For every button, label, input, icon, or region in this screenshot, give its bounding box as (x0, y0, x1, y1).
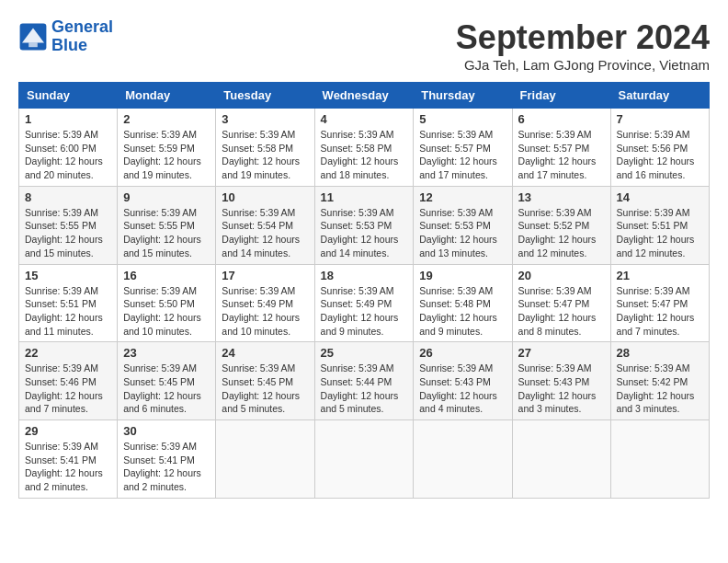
calendar-cell: 3Sunrise: 5:39 AMSunset: 5:58 PMDaylight… (216, 109, 314, 187)
calendar-week-2: 8Sunrise: 5:39 AMSunset: 5:55 PMDaylight… (19, 186, 710, 264)
title-block: September 2024 GJa Teh, Lam GJong Provin… (456, 18, 710, 73)
day-info: Sunrise: 5:39 AM (518, 206, 605, 220)
day-info: and 11 minutes. (25, 325, 111, 339)
day-info: Sunrise: 5:39 AM (25, 440, 111, 454)
logo: GeneralBlue (18, 18, 113, 55)
day-info: Daylight: 12 hours (123, 466, 210, 480)
calendar-cell: 28Sunrise: 5:39 AMSunset: 5:42 PMDayligh… (610, 342, 709, 420)
day-info: Sunrise: 5:39 AM (25, 362, 111, 375)
day-info: Daylight: 12 hours (123, 311, 210, 325)
calendar-cell: 7Sunrise: 5:39 AMSunset: 5:56 PMDaylight… (610, 109, 709, 187)
day-info: Daylight: 12 hours (419, 155, 506, 168)
day-info: Sunset: 5:57 PM (419, 142, 506, 155)
day-info: Sunset: 5:53 PM (419, 219, 506, 233)
day-number: 21 (617, 269, 703, 282)
calendar-table: SundayMondayTuesdayWednesdayThursdayFrid… (18, 82, 710, 499)
day-info: Sunrise: 5:39 AM (321, 362, 408, 375)
calendar-cell: 10Sunrise: 5:39 AMSunset: 5:54 PMDayligh… (216, 186, 314, 264)
day-info: and 5 minutes. (222, 402, 308, 416)
logo-text: GeneralBlue (51, 18, 113, 55)
calendar-cell: 17Sunrise: 5:39 AMSunset: 5:49 PMDayligh… (216, 264, 314, 342)
day-info: Sunset: 5:43 PM (518, 375, 605, 389)
day-number: 17 (222, 269, 308, 282)
day-info: and 8 minutes. (518, 325, 605, 339)
calendar-cell: 26Sunrise: 5:39 AMSunset: 5:43 PMDayligh… (414, 342, 512, 420)
weekday-header-friday: Friday (512, 83, 610, 109)
day-info: Daylight: 12 hours (321, 155, 408, 168)
day-info: Sunset: 5:46 PM (25, 375, 111, 389)
calendar-cell (414, 420, 512, 499)
day-info: Daylight: 12 hours (419, 311, 506, 325)
day-number: 8 (25, 190, 111, 204)
day-number: 19 (419, 269, 506, 282)
day-info: Sunset: 5:51 PM (25, 297, 111, 311)
day-info: Sunrise: 5:39 AM (222, 362, 308, 375)
calendar-cell: 22Sunrise: 5:39 AMSunset: 5:46 PMDayligh… (19, 342, 118, 420)
weekday-header-sunday: Sunday (19, 83, 118, 109)
day-info: Sunset: 5:48 PM (419, 297, 506, 311)
calendar-cell: 5Sunrise: 5:39 AMSunset: 5:57 PMDaylight… (414, 109, 512, 187)
day-info: Daylight: 12 hours (222, 233, 308, 247)
day-info: Sunset: 5:45 PM (123, 375, 210, 389)
day-info: Daylight: 12 hours (419, 389, 506, 403)
day-number: 26 (419, 346, 506, 360)
weekday-header-row: SundayMondayTuesdayWednesdayThursdayFrid… (19, 83, 710, 109)
calendar-cell: 15Sunrise: 5:39 AMSunset: 5:51 PMDayligh… (19, 264, 118, 342)
day-info: Sunrise: 5:39 AM (419, 362, 506, 375)
day-number: 14 (617, 190, 703, 204)
calendar-week-1: 1Sunrise: 5:39 AMSunset: 6:00 PMDaylight… (19, 109, 710, 187)
day-info: and 10 minutes. (123, 325, 210, 339)
day-info: Sunrise: 5:39 AM (617, 284, 703, 298)
day-info: and 10 minutes. (222, 325, 308, 339)
day-info: Sunrise: 5:39 AM (321, 128, 408, 142)
day-info: Daylight: 12 hours (25, 233, 111, 247)
day-info: Sunrise: 5:39 AM (321, 206, 408, 220)
day-info: Daylight: 12 hours (321, 389, 408, 403)
day-info: and 14 minutes. (222, 247, 308, 260)
svg-rect-2 (28, 42, 38, 47)
day-info: Daylight: 12 hours (617, 233, 703, 247)
day-info: Sunrise: 5:39 AM (123, 206, 210, 220)
day-info: and 18 minutes. (321, 168, 408, 182)
day-info: Daylight: 12 hours (518, 233, 605, 247)
day-info: and 2 minutes. (25, 480, 111, 494)
calendar-week-3: 15Sunrise: 5:39 AMSunset: 5:51 PMDayligh… (19, 264, 710, 342)
calendar-cell: 2Sunrise: 5:39 AMSunset: 5:59 PMDaylight… (118, 109, 216, 187)
day-info: Sunset: 5:54 PM (222, 219, 308, 233)
day-info: Sunset: 6:00 PM (25, 142, 111, 155)
day-info: and 15 minutes. (123, 247, 210, 260)
calendar-week-5: 29Sunrise: 5:39 AMSunset: 5:41 PMDayligh… (19, 420, 710, 499)
day-info: Sunrise: 5:39 AM (518, 362, 605, 375)
day-info: and 9 minutes. (321, 325, 408, 339)
day-info: Sunset: 5:45 PM (222, 375, 308, 389)
day-info: Sunrise: 5:39 AM (123, 128, 210, 142)
calendar-cell: 30Sunrise: 5:39 AMSunset: 5:41 PMDayligh… (118, 420, 216, 499)
day-info: Sunset: 5:41 PM (25, 454, 111, 467)
day-number: 1 (25, 112, 111, 126)
calendar-cell: 18Sunrise: 5:39 AMSunset: 5:49 PMDayligh… (314, 264, 414, 342)
day-info: Sunrise: 5:39 AM (617, 206, 703, 220)
day-info: Sunset: 5:42 PM (617, 375, 703, 389)
calendar-cell: 16Sunrise: 5:39 AMSunset: 5:50 PMDayligh… (118, 264, 216, 342)
day-info: Sunset: 5:52 PM (518, 219, 605, 233)
day-number: 2 (123, 112, 210, 126)
calendar-cell: 14Sunrise: 5:39 AMSunset: 5:51 PMDayligh… (610, 186, 709, 264)
day-info: Sunrise: 5:39 AM (419, 206, 506, 220)
day-info: and 12 minutes. (518, 247, 605, 260)
day-number: 30 (123, 424, 210, 438)
day-info: and 7 minutes. (617, 325, 703, 339)
weekday-header-wednesday: Wednesday (314, 83, 414, 109)
day-info: Sunset: 5:44 PM (321, 375, 408, 389)
day-info: Sunrise: 5:39 AM (222, 284, 308, 298)
day-info: and 7 minutes. (25, 402, 111, 416)
calendar-cell: 12Sunrise: 5:39 AMSunset: 5:53 PMDayligh… (414, 186, 512, 264)
day-number: 16 (123, 269, 210, 282)
calendar-cell: 23Sunrise: 5:39 AMSunset: 5:45 PMDayligh… (118, 342, 216, 420)
day-info: and 15 minutes. (25, 247, 111, 260)
day-info: and 4 minutes. (419, 402, 506, 416)
day-info: Sunrise: 5:39 AM (123, 284, 210, 298)
day-info: and 16 minutes. (617, 168, 703, 182)
calendar-cell: 19Sunrise: 5:39 AMSunset: 5:48 PMDayligh… (414, 264, 512, 342)
day-info: Daylight: 12 hours (518, 389, 605, 403)
day-info: Daylight: 12 hours (123, 233, 210, 247)
